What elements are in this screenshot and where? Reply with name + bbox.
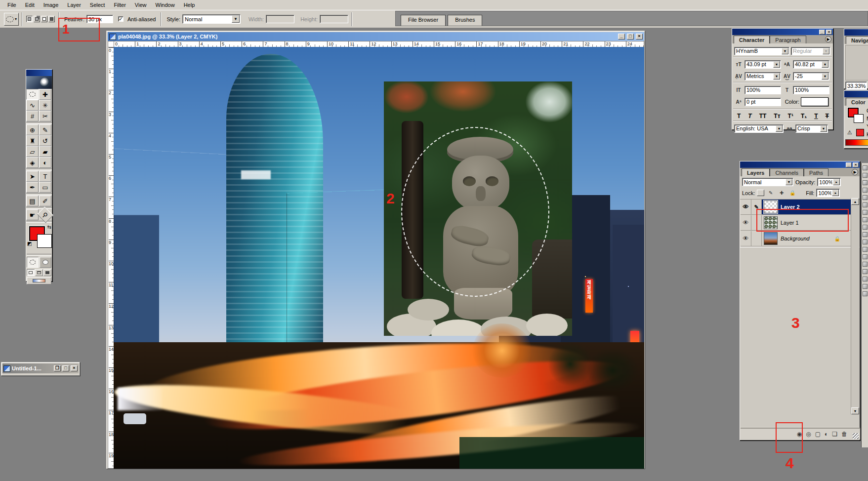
baseline-shift-field[interactable]: 0 pt	[744, 98, 781, 106]
navigator-titlebar[interactable]	[844, 29, 868, 36]
selection-mode-subtract-button[interactable]	[41, 16, 47, 22]
font-family-dropdown[interactable]: HYnamB▼	[734, 47, 789, 55]
blur-tool[interactable]: ◈	[26, 157, 39, 168]
antialiased-checkbox[interactable]: ✓	[118, 16, 124, 22]
menu-image[interactable]: Image	[39, 1, 63, 9]
minimize-button[interactable]: _	[618, 34, 625, 40]
menu-view[interactable]: View	[130, 1, 151, 9]
healing-brush-tool[interactable]: ⊕	[26, 124, 39, 135]
link-box[interactable]	[751, 231, 762, 246]
maximize-button[interactable]: □	[62, 365, 69, 371]
eraser-tool[interactable]: ▱	[26, 146, 39, 157]
height-input[interactable]	[320, 15, 348, 23]
style-small-caps-button[interactable]: Tᴛ	[774, 113, 780, 120]
history-brush-tool[interactable]: ↺	[39, 135, 51, 146]
resize-grip[interactable]	[853, 433, 859, 439]
tab-file-browser[interactable]: File Browser	[401, 15, 446, 26]
adjustment-layer-icon[interactable]: ◐	[825, 431, 828, 438]
navigator-zoom-field[interactable]: 33.33%	[845, 81, 867, 90]
lasso-tool[interactable]: ∿	[26, 100, 39, 111]
swap-colors-icon[interactable]: ⇆	[47, 224, 51, 230]
color-palette-titlebar[interactable]	[844, 91, 868, 97]
tab-layers[interactable]: Layers	[742, 168, 770, 176]
visibility-eye-icon[interactable]: 👁	[741, 215, 751, 230]
palette-menu-icon[interactable]: ▶	[825, 36, 831, 42]
tracking-dropdown[interactable]: -25▼	[793, 72, 829, 80]
style-superscript-button[interactable]: T¹	[788, 113, 793, 120]
notes-tool[interactable]: ▤	[26, 196, 39, 206]
menu-filter[interactable]: Filter	[109, 1, 130, 9]
dodge-tool[interactable]: ◐	[39, 157, 51, 168]
close-button[interactable]: ×	[826, 30, 832, 35]
close-button[interactable]: ×	[636, 34, 643, 40]
eyedropper-tool[interactable]: ✐	[39, 196, 51, 206]
style-strikethrough-button[interactable]: Ŧ	[826, 113, 829, 120]
hand-tool[interactable]: ☛	[26, 209, 39, 220]
fullscreen-menubar-mode-button[interactable]	[35, 269, 43, 276]
layer-thumbnail[interactable]	[764, 232, 778, 245]
selection-mode-add-button[interactable]	[34, 16, 40, 22]
character-palette-titlebar[interactable]: _ ×	[732, 29, 833, 35]
style-bold-button[interactable]: T	[737, 113, 741, 120]
lock-transparency-icon[interactable]	[757, 190, 764, 196]
color-ramp[interactable]	[845, 139, 868, 146]
leading-dropdown[interactable]: 40.82 pt▼	[793, 60, 829, 69]
font-size-dropdown[interactable]: 43.09 pt▼	[744, 60, 781, 69]
background-color-swatch[interactable]	[37, 234, 52, 248]
tab-paths[interactable]: Paths	[804, 168, 828, 176]
lock-paint-icon[interactable]: ✎	[766, 189, 775, 197]
background-color-swatch[interactable]	[854, 114, 864, 123]
menu-file[interactable]: File	[3, 1, 21, 9]
tab-character[interactable]: Character	[734, 36, 770, 43]
tab-color[interactable]: Color	[846, 98, 868, 106]
menu-select[interactable]: Select	[85, 1, 110, 9]
antialias-dropdown[interactable]: Crisp▼	[795, 124, 828, 133]
layers-scrollbar[interactable]: ▲ ▼	[851, 198, 859, 414]
pen-tool[interactable]: ✒	[26, 182, 39, 193]
horizontal-scale-field[interactable]: 100%	[793, 86, 829, 94]
slice-tool[interactable]: ✂	[39, 111, 51, 121]
toolbox-logo[interactable]	[26, 76, 52, 89]
default-colors-icon[interactable]: ◩	[27, 241, 32, 246]
minimize-button[interactable]: _	[846, 162, 852, 167]
restore-button[interactable]: ❐	[54, 365, 61, 371]
kerning-dropdown[interactable]: Metrics▼	[744, 72, 781, 80]
close-button[interactable]: ×	[853, 162, 859, 167]
gamut-swatch[interactable]	[856, 129, 864, 136]
vertical-scale-field[interactable]: 100%	[744, 86, 781, 94]
brush-tool[interactable]: ✎	[39, 124, 51, 135]
type-tool[interactable]: T	[39, 171, 51, 182]
fill-field[interactable]: 100%▸	[816, 189, 840, 197]
menu-edit[interactable]: Edit	[21, 1, 39, 9]
new-layer-set-icon[interactable]: ▢	[815, 431, 821, 438]
move-tool[interactable]: ✚	[39, 89, 51, 100]
maximize-button[interactable]: □	[627, 34, 634, 40]
layer-label[interactable]: Background	[781, 236, 810, 241]
tab-paragraph[interactable]: Paragraph	[770, 36, 806, 43]
document-titlebar[interactable]: pla04048.jpg @ 33.3% (Layer 2, CMYK) _ □…	[108, 32, 644, 41]
text-color-swatch[interactable]	[801, 97, 828, 106]
lock-position-icon[interactable]: ✚	[777, 189, 786, 197]
elliptical-marquee-tool[interactable]	[26, 89, 39, 100]
add-layer-mask-icon[interactable]: ◎	[806, 431, 811, 438]
shape-tool[interactable]: ▭	[39, 182, 51, 193]
fullscreen-mode-button[interactable]	[43, 269, 51, 276]
tab-channels[interactable]: Channels	[770, 168, 803, 176]
menu-help[interactable]: Help	[179, 1, 200, 9]
language-dropdown[interactable]: English: USA▼	[734, 124, 784, 133]
jump-to-imageready-button[interactable]	[27, 277, 51, 284]
selection-mode-intersect-button[interactable]	[48, 16, 55, 22]
layers-titlebar[interactable]: _ ×	[740, 161, 860, 168]
visibility-eye-icon[interactable]: 👁	[741, 231, 751, 246]
visibility-eye-icon[interactable]: 👁	[741, 200, 751, 214]
style-subscript-button[interactable]: T₁	[801, 113, 807, 120]
standard-mode-button[interactable]	[27, 257, 39, 268]
canvas[interactable]: 제일화재	[114, 47, 644, 469]
width-input[interactable]	[266, 15, 294, 23]
menu-layer[interactable]: Layer	[63, 1, 85, 9]
toolbox-titlebar[interactable]	[26, 70, 52, 76]
docked-palette-strip[interactable]	[861, 163, 868, 447]
palette-menu-icon[interactable]: ▶	[852, 169, 858, 175]
style-all-caps-button[interactable]: TT	[759, 113, 767, 120]
scroll-down-icon[interactable]: ▼	[851, 407, 859, 414]
